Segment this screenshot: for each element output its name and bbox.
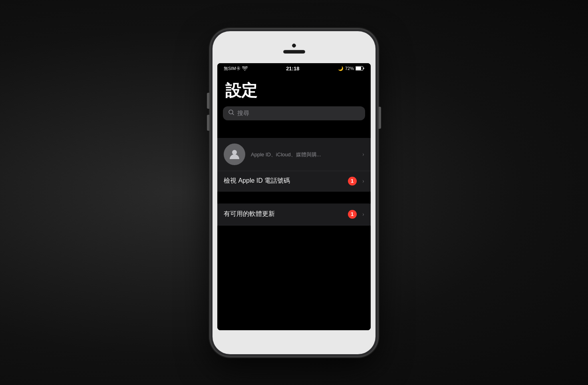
software-update-label: 有可用的軟體更新	[224, 210, 342, 218]
carrier-label: 無SIM卡	[224, 66, 240, 72]
phone-inner-bezel: 無SIM卡 21:18 🌙 72%	[213, 31, 375, 354]
svg-point-5	[232, 150, 237, 155]
status-bar: 無SIM卡 21:18 🌙 72%	[217, 63, 371, 73]
apple-id-badge: 1	[348, 177, 357, 186]
profile-subtitle: Apple ID、iCloud、媒體與購...	[251, 151, 357, 158]
svg-rect-2	[364, 68, 364, 69]
person-icon	[228, 148, 241, 161]
svg-line-4	[232, 114, 234, 115]
profile-avatar	[224, 144, 245, 165]
section-gap-top	[217, 126, 371, 138]
volume-up-button	[207, 93, 209, 109]
settings-title: 設定	[217, 73, 371, 106]
apple-id-chevron: ›	[362, 178, 364, 185]
apple-id-label: 檢視 Apple ID 電話號碼	[224, 177, 290, 184]
volume-down-button	[207, 115, 209, 131]
wifi-icon	[242, 66, 248, 71]
section-gap-middle	[217, 192, 371, 203]
phone-top-hardware	[213, 37, 375, 61]
settings-screen: 設定 搜尋	[217, 73, 371, 330]
apple-id-row[interactable]: 檢視 Apple ID 電話號碼 1 ›	[217, 171, 371, 192]
earpiece-speaker	[283, 50, 305, 54]
status-right: 🌙 72%	[338, 66, 364, 71]
moon-icon: 🌙	[338, 66, 344, 71]
profile-row-text: Apple ID、iCloud、媒體與購...	[251, 150, 357, 158]
profile-row[interactable]: Apple ID、iCloud、媒體與購... ›	[217, 138, 371, 171]
software-update-badge: 1	[348, 210, 357, 219]
search-icon	[228, 110, 234, 117]
software-update-row[interactable]: 有可用的軟體更新 1 ›	[217, 203, 371, 225]
status-left: 無SIM卡	[224, 66, 248, 72]
battery-icon	[356, 66, 364, 71]
search-placeholder: 搜尋	[237, 110, 249, 117]
battery-percent: 72%	[345, 66, 354, 71]
profile-chevron: ›	[362, 151, 364, 158]
front-camera	[292, 44, 296, 48]
apple-id-row-text: 檢視 Apple ID 電話號碼	[224, 177, 342, 185]
phone-device: 無SIM卡 21:18 🌙 72%	[210, 29, 378, 357]
status-time: 21:18	[286, 66, 299, 72]
search-bar[interactable]: 搜尋	[223, 106, 365, 120]
software-update-chevron: ›	[362, 211, 364, 218]
phone-screen: 無SIM卡 21:18 🌙 72%	[217, 63, 371, 330]
power-button	[379, 107, 381, 129]
svg-rect-1	[356, 67, 361, 70]
